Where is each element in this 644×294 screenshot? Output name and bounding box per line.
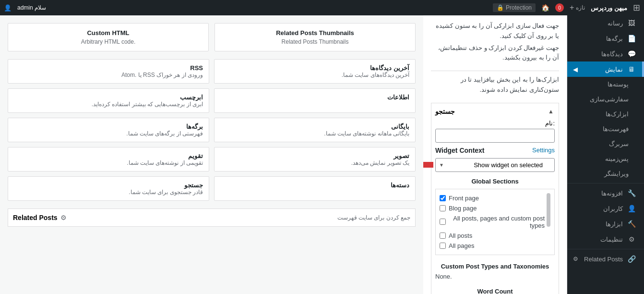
item-title-rss: RSS (14, 64, 203, 72)
admin-greeting[interactable]: سلام admin (17, 4, 46, 11)
name-input[interactable] (435, 129, 555, 143)
main-layout: 🖼 رسانه 📄 برگه‌ها 💬 دیدگاه‌ها 🖥 نمایش ◀ … (0, 15, 644, 294)
sidebar-item-users[interactable]: 👤 کاربران (567, 201, 644, 216)
widget-item-dastehha[interactable]: دسته‌ها (214, 176, 416, 201)
topbar: ⊞ میهن وردپرس تازه + 0 🏠 Protection 🔒 سل… (0, 0, 644, 15)
topbar-left: ⊞ میهن وردپرس تازه + 0 🏠 Protection 🔒 (493, 2, 640, 13)
all-posts-pages-checkbox[interactable] (440, 219, 446, 225)
site-brand[interactable]: میهن وردپرس (591, 4, 627, 12)
all-posts-label: All posts (449, 232, 472, 239)
checkbox-row-blog-page: Blog page (440, 203, 545, 213)
item-title-dastehha: دسته‌ها (220, 182, 409, 189)
sidebar-item-editor[interactable]: ویرایشگر (567, 166, 644, 181)
home-icon[interactable]: 🏠 (541, 4, 549, 12)
sidebar-item-settings[interactable]: ⚙ تنظیمات (567, 232, 644, 247)
sidebar-item-related-posts[interactable]: 🔗 Related Posts ⚙ (567, 251, 644, 267)
widget-card-custom-html[interactable]: Custom HTML .Arbitrary HTML code (8, 23, 209, 51)
item-title-bayegani: بایگانی (220, 123, 409, 130)
sidebar-label-bg: پس‌زمینه (605, 155, 629, 162)
widget-card-related-posts-thumbnails[interactable]: Related Posts Thumbnails Related Posts T… (215, 23, 416, 51)
widget-item-akharin-didgah[interactable]: آخرین دیدگاه‌ها آخرین دیدگاه‌های سایت شم… (214, 59, 416, 84)
protection-label: Protection 🔒 (493, 3, 536, 12)
widget-item-abrchesb[interactable]: ابرچسب ابری از برچسب‌هایی که بیشتر استفا… (8, 88, 209, 113)
widget-context-select[interactable]: Show widget on selected (435, 158, 555, 172)
panel-description2: ابزارک‌ها را به این بخش بیافزایید تا در … (431, 71, 559, 95)
item-title-jostojo: جستجو (14, 182, 203, 189)
sidebar-item-plugins[interactable]: 🔧 افزونه‌ها (567, 185, 644, 201)
sidebar-item-comments[interactable]: 💬 دیدگاه‌ها (567, 46, 644, 61)
topbar-new[interactable]: تازه + (570, 3, 585, 12)
comments-icon: 💬 (627, 50, 636, 58)
sidebar-label-media: رسانه (608, 20, 623, 27)
settings-icon: ⚙ (627, 235, 636, 243)
collapse-icon: ▲ (548, 108, 554, 115)
sidebar-label-header: سربرگ (609, 140, 629, 147)
card-title-related-thumbnails: Related Posts Thumbnails (221, 29, 409, 37)
item-desc-abrchesb: ابری از برچسب‌هایی که بیشتر استفاده کرده… (14, 101, 203, 108)
sidebar-divider-2 (567, 249, 644, 249)
item-title-bargheha: برگه‌ها (14, 123, 203, 130)
sidebar-item-pages[interactable]: 📄 برگه‌ها (567, 31, 644, 46)
front-page-checkbox[interactable] (440, 195, 446, 201)
sidebar-item-menus[interactable]: فهرست‌ها (567, 122, 644, 136)
sidebar-item-media[interactable]: 🖼 رسانه (567, 15, 644, 31)
widget-context-settings-link[interactable]: Settings (532, 147, 555, 154)
card-desc-related-thumbnails: Related Posts Thumbnails (221, 38, 409, 45)
sidebar: 🖼 رسانه 📄 برگه‌ها 💬 دیدگاه‌ها 🖥 نمایش ◀ … (567, 15, 644, 294)
chevron-right-icon: ◀ (573, 66, 578, 73)
panel-description: جهت فعال سازی ابزارکی آن را به ستون کشید… (431, 21, 559, 63)
widget-item-jostojo[interactable]: جستجو قادر جستجوی برای سایت شما. (8, 176, 209, 201)
sidebar-item-header[interactable]: سربرگ (567, 136, 644, 151)
widget-item-bayegani[interactable]: بایگانی بایگانی ماهانه نوشته‌های سایت شم… (214, 118, 416, 142)
sidebar-label-users: کاربران (603, 205, 623, 212)
topbar-right: سلام admin 👤 (4, 4, 46, 12)
gear-icon-related[interactable]: ⚙ (60, 214, 67, 221)
sidebar-label-menus: فهرست‌ها (603, 125, 629, 133)
card-title-custom-html: Custom HTML (14, 29, 203, 37)
sidebar-item-themes[interactable]: پوسته‌ها (567, 77, 644, 92)
sidebar-label-tools: ابزارها (606, 220, 623, 228)
all-pages-checkbox[interactable] (440, 243, 446, 249)
widget-context-header: Settings Widget Context (435, 147, 555, 154)
appearance-icon: 🖥 (627, 65, 636, 73)
item-title-abrchesb: ابرچسب (14, 94, 203, 101)
related-posts-gear-icon[interactable]: ⚙ (573, 256, 578, 262)
name-label: :نام (435, 120, 555, 127)
checkbox-row-all-posts: All posts (440, 231, 550, 241)
main-content: جهت فعال سازی ابزارکی آن را به ستون کشید… (0, 15, 567, 294)
widget-item-bargheha[interactable]: برگه‌ها فهرستی از برگه‌های سایت شما. (8, 118, 209, 142)
widget-context-title: Widget Context (435, 147, 485, 154)
front-page-label: Front page (449, 195, 479, 202)
widget-item-tasvir[interactable]: تصویر یک تصویر نمایش می‌دهد. (214, 147, 416, 172)
panel-split: جهت فعال سازی ابزارکی آن را به ستون کشید… (0, 15, 567, 294)
sidebar-label-settings: تنظیمات (600, 236, 623, 243)
sidebar-item-bg[interactable]: پس‌زمینه (567, 151, 644, 166)
wp-logo-icon[interactable]: ⊞ (633, 2, 640, 13)
topbar-plus-icon[interactable]: + (570, 3, 574, 12)
sidebar-item-widgets[interactable]: ابزارک‌ها (567, 107, 644, 122)
sidebar-label-pages: برگه‌ها (606, 35, 623, 42)
item-desc-tasvir: یک تصویر نمایش می‌دهد. (220, 159, 409, 166)
item-title-akharin-didgah: آخرین دیدگاه‌ها (220, 64, 409, 72)
sidebar-item-tools[interactable]: 🔨 ابزارها (567, 216, 644, 232)
arrow-body (423, 162, 433, 168)
sidebar-item-appearance[interactable]: 🖥 نمایش ◀ (567, 61, 644, 77)
plugins-icon: 🔧 (627, 189, 636, 197)
blog-page-checkbox[interactable] (440, 205, 446, 211)
sidebar-divider-1 (567, 183, 644, 184)
sidebar-label-themes: پوسته‌ها (608, 81, 629, 88)
collapse-button[interactable]: ▲ (547, 107, 555, 116)
sidebar-item-customize[interactable]: سفارشی‌سازی (567, 92, 644, 107)
checkbox-row-front-page: Front page (440, 193, 545, 203)
widget-item-etelaat[interactable]: اطلاعات (214, 88, 416, 113)
sections-scroll-area[interactable]: Front page Blog page All posts, pages an… (435, 189, 555, 255)
word-count-title: Word Count (435, 288, 555, 294)
widget-item-taqvim[interactable]: تقویم تقویمی از نوشته‌های سایت شما. (8, 147, 209, 172)
all-posts-checkbox[interactable] (440, 233, 446, 239)
all-pages-label: All pages (449, 242, 474, 249)
comment-count-badge[interactable]: 0 (555, 3, 564, 12)
search-widget-title: جستجو (435, 108, 455, 115)
related-posts-bottom-section: جمع کردن برای سایت قهرست ⚙ Related Posts (8, 208, 416, 227)
widget-item-rss[interactable]: RSS ورودی از هر خوراک RSS یا .Atom (8, 59, 209, 84)
avatar-icon: 👤 (4, 4, 12, 12)
